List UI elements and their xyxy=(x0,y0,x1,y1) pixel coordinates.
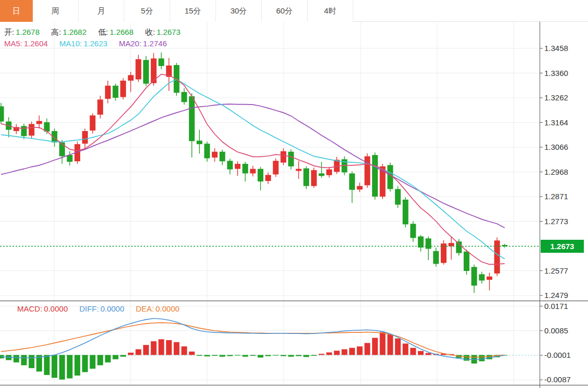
tab-周[interactable]: 周 xyxy=(33,0,79,22)
kline-chart-page: 日周月5分15分30分60分4时 1.34581.33601.32621.316… xyxy=(0,0,588,388)
macd-bar xyxy=(143,345,149,355)
macd-bar xyxy=(341,350,347,355)
candle-body xyxy=(128,75,134,81)
candle-body xyxy=(197,140,202,144)
low-value: 1.2668 xyxy=(110,28,134,36)
price-tick-label: 1.2479 xyxy=(544,291,568,300)
macd-bar xyxy=(220,355,225,357)
candle-body xyxy=(273,161,278,174)
candle-body xyxy=(67,155,72,162)
ma10-field: MA10:1.2623 xyxy=(59,39,107,48)
candle-body xyxy=(357,186,363,190)
macd-bar xyxy=(67,355,72,379)
macd-label: MACD: xyxy=(17,304,42,313)
dea-label: DEA: xyxy=(136,304,154,313)
candle-body xyxy=(479,274,484,280)
macd-bar xyxy=(120,355,126,357)
macd-bar xyxy=(380,332,386,355)
price-tick-label: 1.3164 xyxy=(544,118,568,127)
candle-body xyxy=(235,164,240,169)
macd-bar xyxy=(364,343,370,355)
ma10-value: 1.2623 xyxy=(83,39,107,48)
low-label: 低: xyxy=(98,28,108,36)
candle-body xyxy=(395,189,401,204)
candle-body xyxy=(433,251,439,264)
macd-bar xyxy=(21,355,27,366)
price-tick-label: 1.2773 xyxy=(544,217,568,226)
candle-body xyxy=(449,243,454,246)
tab-4时[interactable]: 4时 xyxy=(308,0,353,22)
price-tick-label: 1.3360 xyxy=(544,69,568,77)
ma10-label: MA10: xyxy=(59,39,82,48)
tab-月[interactable]: 月 xyxy=(79,0,124,22)
candle-body xyxy=(418,237,424,248)
candle-body xyxy=(456,241,462,253)
candle-body xyxy=(135,59,141,80)
open-field: 开:1.2678 xyxy=(4,28,40,36)
candle-body xyxy=(59,143,65,157)
open-label: 开: xyxy=(4,28,14,36)
candle-body xyxy=(181,92,187,102)
macd-bar xyxy=(82,355,88,372)
macd-bar xyxy=(288,355,294,357)
macd-bar xyxy=(212,355,218,356)
candle-body xyxy=(349,173,355,190)
macd-bar xyxy=(97,355,103,366)
candle-body xyxy=(36,121,42,124)
macd-tick-label: -0.0001 xyxy=(544,351,571,359)
chart-canvas[interactable]: 1.34581.33601.32621.31641.30661.29681.28… xyxy=(0,0,588,388)
macd-bar xyxy=(334,351,340,355)
macd-bar xyxy=(326,353,332,355)
ma-legend: MA5:1.2604 MA10:1.2623 MA20:1.2746 xyxy=(4,39,176,48)
close-value: 1.2673 xyxy=(157,28,181,36)
macd-bar xyxy=(464,355,469,361)
period-tab-bar: 日周月5分15分30分60分4时 xyxy=(0,0,588,22)
candle-body xyxy=(326,170,332,175)
tab-15分[interactable]: 15分 xyxy=(170,0,216,22)
candle-body xyxy=(97,99,103,114)
macd-bar xyxy=(349,348,355,355)
candle-body xyxy=(52,131,57,143)
macd-bar xyxy=(479,355,484,361)
candle-body xyxy=(280,151,286,163)
candle-body xyxy=(90,115,95,131)
ma20-field: MA20:1.2746 xyxy=(119,39,167,48)
macd-bar xyxy=(235,355,240,356)
macd-tick-label: 0.0085 xyxy=(544,326,568,335)
price-tick-label: 1.3262 xyxy=(544,93,568,102)
candle-body xyxy=(227,161,233,169)
macd-bar xyxy=(227,355,233,356)
candle-body xyxy=(403,200,408,224)
macd-bar xyxy=(410,348,416,355)
high-label: 高: xyxy=(51,28,61,36)
candle-body xyxy=(204,144,210,158)
price-tick-label: 1.3458 xyxy=(544,44,568,53)
price-tick-label: 1.3066 xyxy=(544,143,568,151)
candle-body xyxy=(372,155,378,197)
tab-30分[interactable]: 30分 xyxy=(216,0,262,22)
macd-bar xyxy=(166,340,172,355)
tab-60分[interactable]: 60分 xyxy=(262,0,308,22)
candle-body xyxy=(311,170,317,186)
diff-label: DIFF: xyxy=(79,304,99,313)
close-field: 收:1.2673 xyxy=(145,28,181,36)
price-tick-label: 1.2577 xyxy=(544,266,568,275)
candle-body xyxy=(258,169,263,182)
macd-bar xyxy=(52,355,57,378)
candle-body xyxy=(189,96,195,141)
macd-bar xyxy=(151,341,157,355)
candle-body xyxy=(464,252,469,271)
candle-body xyxy=(387,165,393,189)
candle-body xyxy=(212,152,218,158)
candle-body xyxy=(265,175,271,181)
candle-body xyxy=(410,224,416,238)
candle-body xyxy=(494,240,500,273)
macd-bar xyxy=(174,342,180,355)
candle-body xyxy=(487,277,492,280)
macd-bar xyxy=(265,355,271,356)
tab-日[interactable]: 日 xyxy=(0,0,33,22)
candle-body xyxy=(296,169,301,171)
tab-5分[interactable]: 5分 xyxy=(124,0,170,22)
ma5-label: MA5: xyxy=(4,39,22,48)
macd-bar xyxy=(387,334,393,355)
